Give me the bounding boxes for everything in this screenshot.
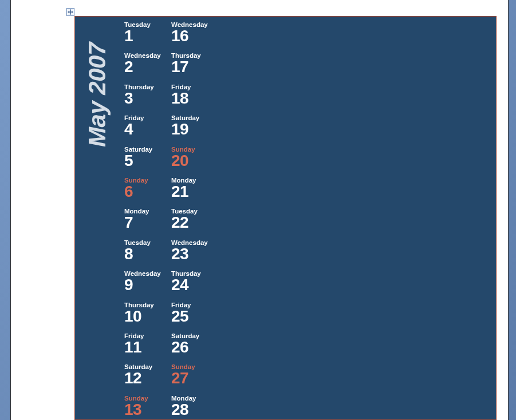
day-number: 27 xyxy=(171,370,223,387)
day-cell[interactable]: Saturday5 xyxy=(124,145,171,176)
day-cell[interactable]: Sunday13 xyxy=(124,394,171,420)
day-cell[interactable]: Wednesday9 xyxy=(124,269,171,300)
table-move-handle-icon[interactable] xyxy=(66,8,74,16)
day-number: 19 xyxy=(171,121,223,138)
day-number: 18 xyxy=(171,90,223,107)
day-cell[interactable]: Tuesday1 xyxy=(124,20,171,51)
day-number: 4 xyxy=(124,121,171,138)
day-number: 2 xyxy=(124,58,171,76)
day-cell[interactable]: Tuesday22 xyxy=(171,207,223,237)
day-number: 3 xyxy=(124,90,171,107)
day-cell[interactable]: Wednesday2 xyxy=(124,51,171,82)
day-number: 10 xyxy=(124,308,171,325)
day-number: 9 xyxy=(124,276,171,294)
day-number: 12 xyxy=(124,370,171,387)
day-cell[interactable]: Monday21 xyxy=(171,176,223,207)
day-number: 23 xyxy=(171,245,223,263)
day-number: 22 xyxy=(171,214,223,231)
day-cell[interactable]: Friday25 xyxy=(171,300,223,331)
day-number: 21 xyxy=(171,183,223,200)
day-cell[interactable]: Sunday27 xyxy=(171,362,223,393)
day-cell[interactable]: Thursday10 xyxy=(124,300,171,331)
day-number: 5 xyxy=(124,152,171,169)
day-number: 11 xyxy=(124,339,171,356)
day-cell[interactable]: Sunday20 xyxy=(171,145,223,176)
day-number: 28 xyxy=(171,401,223,418)
month-column: May 2007 xyxy=(75,17,124,419)
day-number: 1 xyxy=(124,27,171,45)
day-cell[interactable]: Saturday19 xyxy=(171,113,223,144)
day-cell[interactable]: Sunday6 xyxy=(124,176,171,207)
day-column-1: Tuesday1Wednesday2Thursday3Friday4Saturd… xyxy=(124,20,171,419)
document-page: May 2007 Tuesday1Wednesday2Thursday3Frid… xyxy=(10,0,509,420)
day-number: 24 xyxy=(171,276,223,294)
day-number: 13 xyxy=(124,401,171,418)
day-number: 17 xyxy=(171,58,223,76)
day-cell[interactable]: Tuesday8 xyxy=(124,238,171,269)
day-cell[interactable]: Saturday12 xyxy=(124,362,171,393)
day-cell[interactable]: Thursday17 xyxy=(171,51,223,82)
day-cell[interactable]: Friday11 xyxy=(124,331,171,362)
month-label: May 2007 xyxy=(84,42,111,147)
day-cell[interactable]: Saturday26 xyxy=(171,331,223,362)
day-cell[interactable]: Thursday3 xyxy=(124,82,171,113)
day-number: 26 xyxy=(171,339,223,356)
day-number: 25 xyxy=(171,308,223,325)
day-number: 6 xyxy=(124,183,171,200)
day-number: 8 xyxy=(124,245,171,263)
day-number: 7 xyxy=(124,214,171,231)
day-cell[interactable]: Monday7 xyxy=(124,207,171,237)
calendar-table[interactable]: May 2007 Tuesday1Wednesday2Thursday3Frid… xyxy=(74,16,497,420)
day-column-2: Wednesday16Thursday17Friday18Saturday19S… xyxy=(171,20,223,419)
days-area: Tuesday1Wednesday2Thursday3Friday4Saturd… xyxy=(124,17,223,419)
day-cell[interactable]: Friday18 xyxy=(171,82,223,113)
day-cell[interactable]: Friday4 xyxy=(124,113,171,144)
day-cell[interactable]: Wednesday16 xyxy=(171,20,223,51)
day-number: 20 xyxy=(171,152,223,169)
day-cell[interactable]: Monday28 xyxy=(171,394,223,420)
day-cell[interactable]: Thursday24 xyxy=(171,269,223,300)
day-cell[interactable]: Wednesday23 xyxy=(171,238,223,269)
day-number: 16 xyxy=(171,27,223,45)
